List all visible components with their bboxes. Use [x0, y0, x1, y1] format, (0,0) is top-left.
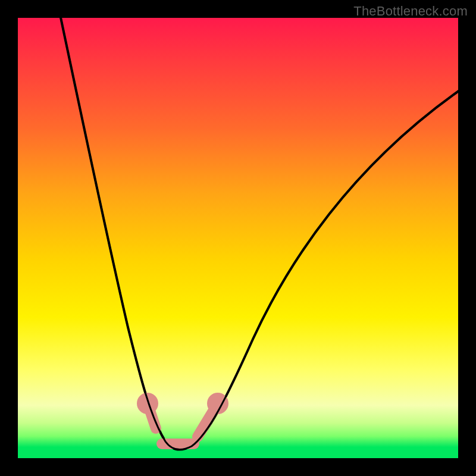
plot-area [18, 18, 458, 458]
bottleneck-curve [60, 12, 461, 450]
watermark-text: TheBottleneck.com [353, 4, 468, 19]
bottleneck-curve-overlay [60, 12, 461, 450]
curve-layer [18, 18, 458, 458]
chart-frame: TheBottleneck.com [0, 0, 476, 476]
